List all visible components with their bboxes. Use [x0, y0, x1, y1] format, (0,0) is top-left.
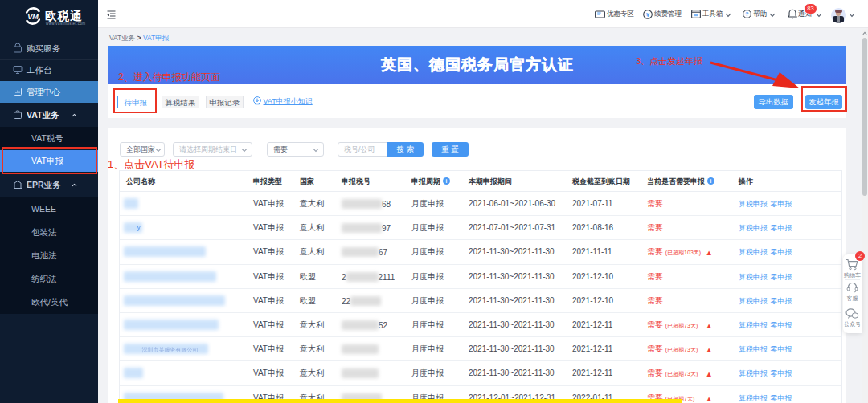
svg-text:i: i [445, 178, 447, 184]
svg-text:i: i [710, 178, 711, 184]
svg-text:VM: VM [27, 13, 39, 21]
svg-text:¥: ¥ [646, 11, 650, 18]
svg-text:?: ? [745, 11, 748, 17]
